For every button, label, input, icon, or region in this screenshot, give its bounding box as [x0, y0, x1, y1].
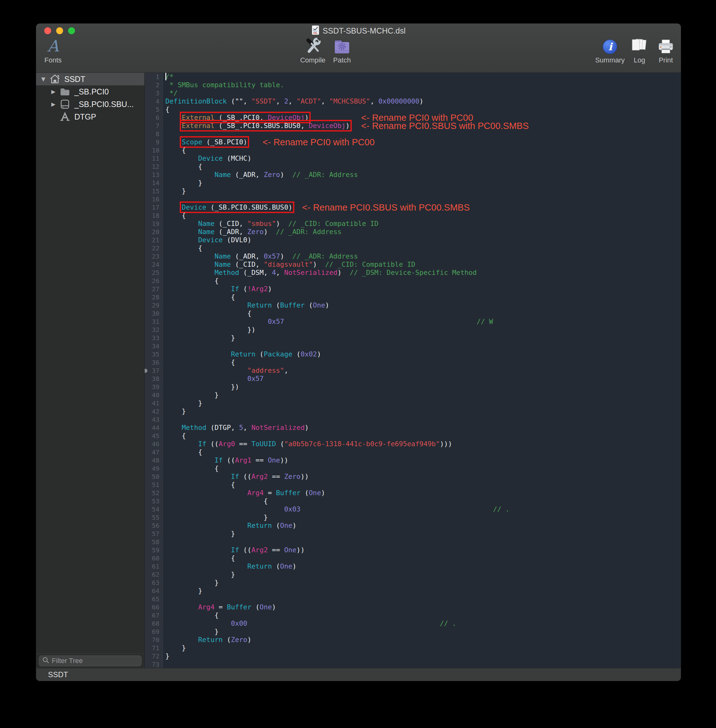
toolbar-item-patch[interactable]: Patch: [323, 37, 361, 64]
code-line[interactable]: 17 Device (_SB.PCI0.SBUS.BUS0)<- Rename …: [145, 203, 681, 211]
code-line[interactable]: 37 "address",: [145, 367, 681, 375]
code-line[interactable]: 2 * SMBus compatibility table.: [145, 81, 681, 89]
code-line[interactable]: 31 0x57 // W: [145, 317, 681, 326]
code-line[interactable]: 13 Name (_ADR, Zero) // _ADR: Address: [145, 171, 681, 179]
code-line[interactable]: 73: [145, 660, 681, 668]
code-line[interactable]: 35 Return (Package (0x02): [145, 350, 681, 358]
code-line[interactable]: 27 If (!Arg2): [145, 285, 681, 293]
code-line[interactable]: 54 0x03 // .: [145, 505, 681, 513]
code-line[interactable]: 18 {: [145, 211, 681, 220]
code-line[interactable]: 33 }: [145, 334, 681, 342]
code-line[interactable]: 42 }: [145, 407, 681, 416]
code-text: [163, 195, 165, 203]
code-text: }): [163, 326, 255, 334]
code-line[interactable]: 30 {: [145, 309, 681, 317]
code-line[interactable]: 44 Method (DTGP, 5, NotSerialized): [145, 424, 681, 432]
code-line[interactable]: 66 Arg4 = Buffer (One): [145, 603, 681, 611]
code-text: Return (Zero): [163, 636, 251, 644]
code-line[interactable]: 59 If ((Arg2 == One)): [145, 546, 681, 554]
code-line[interactable]: 46 If ((Arg0 == ToUUID ("a0b5b7c6-1318-4…: [145, 440, 681, 448]
code-line[interactable]: 26 {: [145, 277, 681, 285]
code-line[interactable]: 19 Name (_CID, "smbus") // _CID: Compati…: [145, 220, 681, 228]
code-line[interactable]: 60 {: [145, 554, 681, 562]
compile-icon: [304, 37, 321, 54]
code-line[interactable]: 50 If ((Arg2 == Zero)): [145, 473, 681, 481]
toolbar-item-print[interactable]: Print: [647, 37, 681, 64]
code-editor[interactable]: 1/*2 * SMBus compatibility table.3 */4De…: [145, 73, 681, 668]
code-line[interactable]: 45 {: [145, 432, 681, 440]
code-line[interactable]: 39 }): [145, 383, 681, 391]
line-number: 32: [145, 326, 163, 334]
code-line[interactable]: 55 }: [145, 513, 681, 522]
code-line[interactable]: 67 {: [145, 611, 681, 619]
line-number: 1: [145, 73, 163, 81]
code-line[interactable]: 10 {: [145, 146, 681, 155]
line-number: 55: [145, 513, 163, 522]
code-line[interactable]: 38 0x57: [145, 375, 681, 383]
code-line[interactable]: 68 0x00 // .: [145, 619, 681, 628]
code-line[interactable]: 21 Device (DVL0): [145, 236, 681, 244]
code-line[interactable]: 9 Scope (_SB.PCI0)<- Rename PCI0 with PC…: [145, 138, 681, 146]
code-line[interactable]: 4DefinitionBlock ("", "SSDT", 2, "ACDT",…: [145, 97, 681, 105]
code-line[interactable]: 28 {: [145, 293, 681, 301]
toolbar-item-fonts[interactable]: A Fonts: [36, 37, 72, 64]
code-line[interactable]: 48 If ((Arg1 == One)): [145, 456, 681, 464]
line-number: 16: [145, 195, 163, 203]
tree-item-dtgp[interactable]: DTGP: [36, 111, 144, 123]
code-line[interactable]: 65: [145, 595, 681, 603]
code-line[interactable]: 57 }: [145, 530, 681, 538]
code-line[interactable]: 34: [145, 342, 681, 350]
code-line[interactable]: 63 }: [145, 579, 681, 587]
code-line[interactable]: 69 }: [145, 628, 681, 636]
code-line[interactable]: 40 }: [145, 391, 681, 399]
code-line[interactable]: 51 {: [145, 481, 681, 489]
code-line[interactable]: 11 Device (MCHC): [145, 155, 681, 162]
code-line[interactable]: 64 }: [145, 587, 681, 595]
disclosure-right-icon[interactable]: ▶: [50, 101, 57, 107]
code-line[interactable]: 58: [145, 538, 681, 546]
code-line[interactable]: 20 Name (_ADR, Zero) // _ADR: Address: [145, 228, 681, 236]
code-line[interactable]: 15 }: [145, 187, 681, 195]
code-line[interactable]: 29 Return (Buffer (One): [145, 301, 681, 309]
code-line[interactable]: 70 Return (Zero): [145, 636, 681, 644]
status-path[interactable]: SSDT: [48, 670, 68, 679]
code-line[interactable]: 1/*: [145, 73, 681, 81]
code-line[interactable]: 62 }: [145, 570, 681, 579]
code-line[interactable]: 14 }: [145, 179, 681, 187]
code-line[interactable]: 72}: [145, 652, 681, 660]
code-line[interactable]: 7 External (_SB_.PCI0.SBUS.BUS0, DeviceO…: [145, 122, 681, 130]
tree-item-sb-pci0-sbus[interactable]: ▶ _SB.PCI0.SBU...: [36, 98, 144, 111]
code-line[interactable]: 12 {: [145, 162, 681, 171]
code-text: DefinitionBlock ("", "SSDT", 2, "ACDT", …: [163, 97, 423, 105]
code-line[interactable]: 25 Method (_DSM, 4, NotSerialized) // _D…: [145, 268, 681, 277]
code-text: If ((Arg0 == ToUUID ("a0b5b7c6-1318-441c…: [163, 440, 452, 448]
code-text: If ((Arg2 == One)): [163, 546, 305, 554]
code-line[interactable]: 36 {: [145, 358, 681, 367]
code-text: [163, 130, 165, 138]
code-line[interactable]: 71 }: [145, 644, 681, 652]
code-line[interactable]: 24 Name (_CID, "diagsvault") // _CID: Co…: [145, 261, 681, 268]
code-line[interactable]: 32 }): [145, 326, 681, 334]
code-text: [163, 342, 165, 350]
code-text: Device (MCHC): [163, 155, 251, 162]
code-line[interactable]: 22 {: [145, 244, 681, 252]
code-line[interactable]: 8: [145, 130, 681, 138]
code-text: }: [163, 628, 219, 636]
code-line[interactable]: 49 {: [145, 464, 681, 473]
disclosure-down-icon[interactable]: ▼: [40, 76, 47, 82]
code-line[interactable]: 61 Return (One): [145, 562, 681, 570]
line-number: 19: [145, 220, 163, 228]
code-line[interactable]: 52 Arg4 = Buffer (One): [145, 489, 681, 497]
tree-item-ssdt[interactable]: ▼ SSDT: [36, 73, 144, 85]
code-line[interactable]: 43: [145, 416, 681, 424]
code-line[interactable]: 23 Name (_ADR, 0x57) // _ADR: Address: [145, 252, 681, 261]
code-line[interactable]: 3 */: [145, 89, 681, 97]
code-text: }: [163, 179, 202, 187]
code-line[interactable]: 41 }: [145, 399, 681, 407]
code-line[interactable]: 47 {: [145, 448, 681, 456]
tree-item-sb-pci0[interactable]: ▶ _SB.PCI0: [36, 85, 144, 98]
code-line[interactable]: 53 {: [145, 497, 681, 505]
filter-tree-input[interactable]: Filter Tree: [39, 655, 141, 666]
code-line[interactable]: 56 Return (One): [145, 522, 681, 530]
disclosure-right-icon[interactable]: ▶: [50, 88, 57, 95]
